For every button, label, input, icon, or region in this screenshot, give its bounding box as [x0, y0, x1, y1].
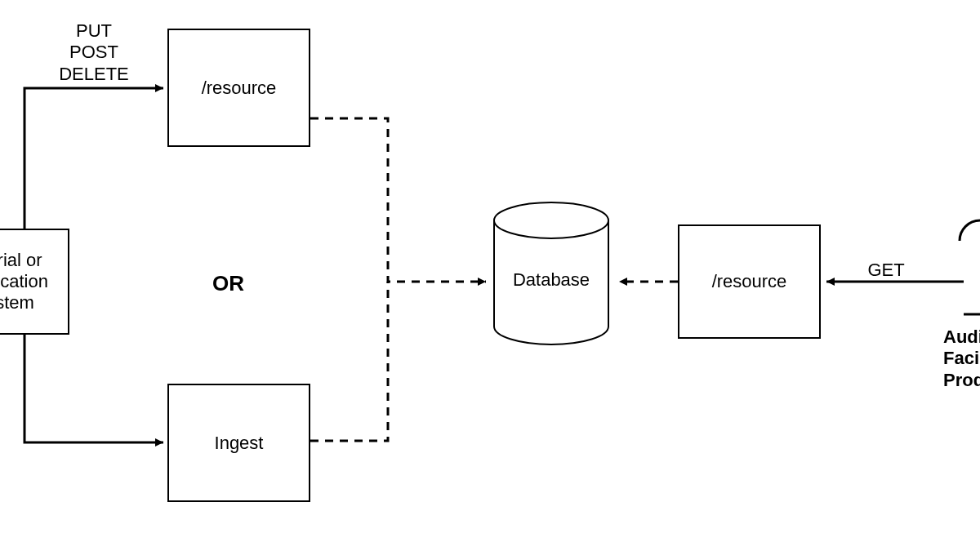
ingest-node: Ingest	[167, 384, 310, 502]
resource-output-label: /resource	[712, 271, 787, 292]
ingest-label: Ingest	[215, 433, 264, 454]
editorial-to-ingest-arrow	[24, 335, 163, 442]
resource-to-database-dashed	[310, 118, 486, 282]
or-label: OR	[212, 271, 244, 296]
audience-product-label: Audience Facing Product	[943, 327, 980, 391]
resource-input-node: /resource	[167, 29, 310, 147]
editorial-system-node: itorial or ublication ystem	[0, 229, 69, 335]
database-cylinder	[0, 0, 980, 551]
svg-point-0	[494, 202, 608, 238]
editorial-to-resource-arrow	[24, 88, 163, 229]
resource-output-node: /resource	[678, 224, 821, 339]
audience-icon-partial	[960, 220, 980, 314]
ingest-to-database-dashed	[310, 282, 388, 441]
editorial-system-label: itorial or ublication ystem	[0, 250, 48, 313]
database-label: Database	[510, 269, 592, 291]
get-label: GET	[862, 260, 911, 281]
resource-input-label: /resource	[202, 78, 277, 99]
put-post-delete-label: PUT POST DELETE	[45, 20, 143, 85]
